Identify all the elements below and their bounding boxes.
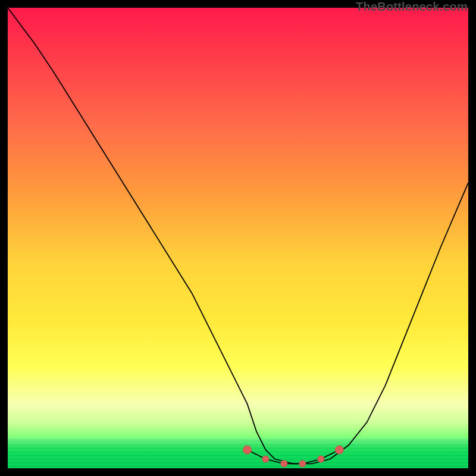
watermark-text: TheBottleneck.com: [356, 0, 468, 14]
bottleneck-curve: [8, 8, 468, 464]
optimal-range-point: [299, 461, 306, 467]
chart-root: TheBottleneck.com: [0, 0, 476, 476]
plot-area: [8, 8, 468, 468]
curve-layer: [8, 8, 468, 468]
optimal-range-point: [318, 456, 324, 462]
optimal-range-point: [335, 446, 343, 454]
optimal-range-point: [243, 446, 252, 454]
optimal-range-line: [248, 450, 340, 464]
optimal-range-point: [281, 461, 287, 467]
optimal-range-point: [262, 456, 269, 462]
